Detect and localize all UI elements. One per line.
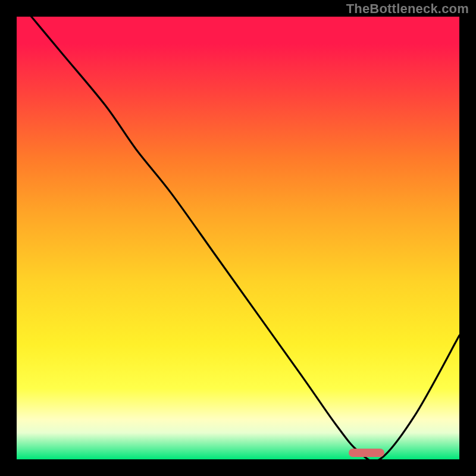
watermark-text: TheBottleneck.com xyxy=(346,1,469,17)
plot-area xyxy=(17,17,459,459)
curve-path xyxy=(17,17,459,459)
optimal-range-marker xyxy=(349,449,384,457)
bottleneck-curve xyxy=(17,17,459,459)
chart-frame: TheBottleneck.com xyxy=(0,0,476,476)
